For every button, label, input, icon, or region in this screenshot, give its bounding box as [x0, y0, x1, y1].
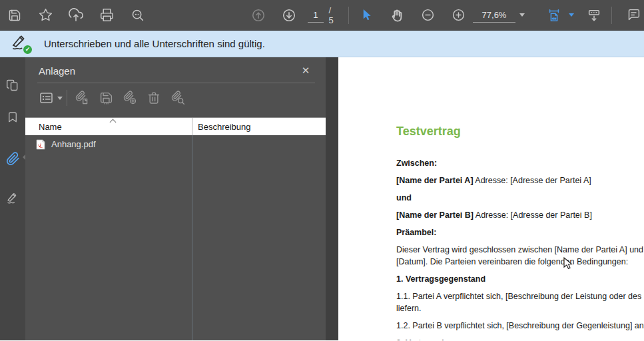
chevron-down-icon[interactable] — [569, 13, 574, 17]
page-fit-width-icon[interactable] — [543, 5, 565, 26]
doc-paragraph: [Name der Partei B] Adresse: [Adresse de… — [396, 209, 644, 221]
attachments-panel: Anlagen ✕ — [25, 57, 326, 340]
attachments-list: Anhang.pdf — [25, 135, 326, 340]
attachment-row[interactable]: Anhang.pdf — [25, 135, 326, 153]
document-page: Testvertrag Zwischen: [Name der Partei A… — [338, 57, 644, 340]
chevron-down-icon — [519, 13, 525, 17]
hide-toolbar-icon[interactable] — [583, 5, 605, 26]
zoom-in-icon[interactable] — [448, 5, 469, 26]
save-attachment-icon[interactable] — [97, 89, 115, 107]
doc-paragraph: 2. Vertragsdauer — [396, 337, 644, 340]
search-attachments-icon[interactable] — [168, 89, 187, 107]
cloud-upload-icon[interactable] — [65, 5, 87, 26]
signature-valid-icon: ✓ — [11, 35, 31, 53]
zoom-out-icon[interactable] — [417, 5, 438, 26]
doc-paragraph: liefern. — [396, 302, 644, 314]
toolbar-divider — [611, 7, 612, 24]
zoom-level-select[interactable]: 77,6% — [473, 8, 525, 23]
open-attachment-icon[interactable] — [73, 89, 91, 107]
chevron-down-icon[interactable] — [57, 97, 63, 100]
doc-paragraph: [Datum]. Die Parteien vereinbaren die fo… — [396, 256, 644, 268]
doc-paragraph: 1.2. Partei B verpflichtet sich, [Beschr… — [396, 320, 644, 332]
attachments-icon[interactable] — [0, 145, 25, 172]
page-up-icon[interactable] — [248, 5, 269, 26]
page-thumbnails-icon[interactable] — [0, 72, 25, 99]
doc-paragraph: 1. Vertragsgegenstand — [396, 273, 644, 285]
zoom-level-value[interactable]: 77,6% — [473, 8, 515, 23]
main-toolbar: 1 / 5 77,6% — [0, 0, 644, 31]
options-menu-icon[interactable] — [37, 89, 56, 107]
signature-status-bar: ✓ Unterschrieben und alle Unterschriften… — [0, 31, 644, 57]
column-divider — [192, 135, 192, 340]
doc-paragraph: Zwischen: — [396, 157, 644, 169]
doc-paragraph: und — [396, 192, 644, 204]
content-area: Anlagen ✕ — [0, 57, 644, 340]
page-down-icon[interactable] — [278, 5, 300, 26]
document-body: Testvertrag Zwischen: [Name der Partei A… — [338, 57, 644, 340]
attachments-toolbar — [25, 83, 326, 113]
attachment-file-name: Anhang.pdf — [51, 139, 96, 149]
doc-paragraph: [Name der Partei A] Adresse: [Adresse de… — [396, 174, 644, 186]
save-icon[interactable] — [4, 5, 25, 26]
pdf-file-icon — [36, 139, 45, 150]
acrobat-reader-window: 1 / 5 77,6% — [0, 0, 644, 341]
page-total-label: / 5 — [329, 5, 335, 25]
toolbar-divider — [67, 90, 67, 106]
delete-attachment-icon[interactable] — [145, 89, 163, 107]
select-tool-icon[interactable] — [356, 5, 377, 26]
page-number-input[interactable]: 1 — [308, 7, 324, 23]
star-favorite-icon[interactable] — [35, 5, 56, 26]
signature-status-message: Unterschrieben und alle Unterschriften s… — [44, 38, 265, 49]
search-icon[interactable] — [127, 5, 148, 26]
hand-tool-icon[interactable] — [386, 5, 408, 26]
attachments-table-header: Name Beschreibung — [25, 117, 326, 135]
document-title: Testvertrag — [396, 124, 644, 139]
panel-splitter[interactable] — [326, 57, 338, 340]
bookmarks-icon[interactable] — [0, 104, 25, 131]
comment-icon[interactable] — [623, 5, 644, 26]
attachments-table: Name Beschreibung Anhang.pdf — [25, 117, 326, 340]
doc-paragraph: Präambel: — [396, 226, 644, 238]
close-icon[interactable]: ✕ — [299, 65, 312, 77]
panel-title: Anlagen — [39, 65, 75, 77]
add-attachment-icon[interactable] — [121, 89, 139, 107]
print-icon[interactable] — [96, 5, 117, 26]
column-header-name[interactable]: Name — [25, 122, 192, 132]
navigation-rail — [0, 57, 25, 340]
doc-paragraph: 1.1. Partei A verpflichtet sich, [Beschr… — [396, 290, 644, 302]
attachments-panel-header: Anlagen ✕ — [25, 57, 326, 83]
signatures-icon[interactable] — [0, 185, 25, 212]
toolbar-divider — [348, 7, 349, 24]
doc-paragraph: Dieser Vertrag wird geschlossen zwischen… — [396, 244, 644, 256]
check-circle-icon: ✓ — [23, 45, 32, 54]
column-header-beschreibung[interactable]: Beschreibung — [192, 118, 326, 135]
